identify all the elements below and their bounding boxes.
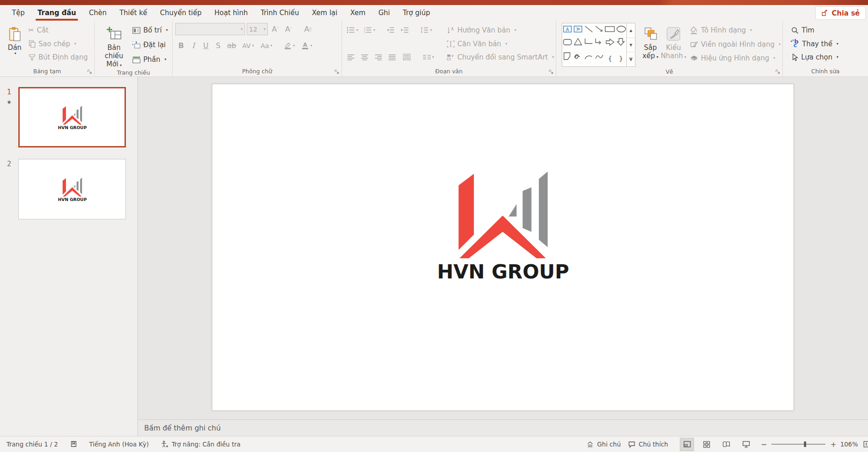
dialog-launcher-icon[interactable] (335, 70, 339, 74)
replace-button[interactable]: b c ↶ Thay thế ▾ (791, 38, 866, 50)
tab-transitions[interactable]: Chuyển tiếp (154, 5, 208, 21)
strikethrough-button[interactable]: ab (225, 39, 239, 52)
tab-record[interactable]: Ghi (372, 5, 396, 21)
tab-home[interactable]: Trang đầu (31, 5, 82, 21)
line-spacing-icon (420, 27, 429, 33)
view-normal-button[interactable] (680, 438, 694, 451)
slide-2-thumbnail[interactable]: HVN GROUP (18, 159, 126, 219)
font-size-combobox[interactable]: 12▾ (247, 23, 268, 35)
tab-review[interactable]: Xem lại (305, 5, 344, 21)
view-slideshow-button[interactable] (739, 438, 753, 451)
increase-indent-button[interactable] (398, 24, 411, 36)
tab-insert[interactable]: Chèn (82, 5, 113, 21)
underline-glyph: U (203, 41, 209, 50)
view-slide-sorter-button[interactable] (700, 438, 714, 451)
tab-help[interactable]: Trợ giúp (396, 5, 437, 21)
font-name-combobox[interactable]: ▾ (175, 23, 245, 35)
justify-button[interactable] (386, 51, 398, 63)
chevron-down-icon: ▾ (656, 55, 658, 59)
arrange-button[interactable]: Sắp xếp▾ (640, 23, 661, 67)
shapes-gallery[interactable]: A A { } (562, 23, 627, 67)
line-spacing-button[interactable]: ▾ (418, 24, 434, 36)
quick-styles-button[interactable]: Kiểu Nhanh▾ (661, 23, 686, 67)
language-button[interactable]: Tiếng Anh (Hoa Kỳ) (86, 436, 152, 452)
shape-outline-button[interactable]: Viền ngoài Hình dạng ▾ (690, 38, 781, 50)
paste-button[interactable]: Dán ▾ (3, 23, 27, 66)
text-direction-button[interactable]: A Hướng Văn bản ▾ (447, 24, 554, 36)
notes-pane[interactable]: Bấm để thêm ghi chú (138, 419, 868, 436)
zoom-level-button[interactable]: 106% (836, 436, 859, 452)
zoom-in-button[interactable]: + (830, 440, 836, 449)
character-spacing-button[interactable]: AV▾ (239, 39, 257, 52)
grow-font-button[interactable]: A˄ (270, 23, 281, 35)
chevron-down-icon: ▾ (241, 27, 243, 31)
reset-button[interactable]: Đặt lại (132, 39, 170, 51)
comments-toggle-button[interactable]: Chú thích (624, 436, 672, 452)
tab-view[interactable]: Xem (344, 5, 372, 21)
italic-button[interactable]: I (188, 39, 199, 52)
share-button[interactable]: Chia sẻ (815, 6, 866, 20)
select-button[interactable]: Lựa chọn ▾ (791, 51, 866, 63)
text-shadow-button[interactable]: S (212, 39, 224, 52)
underline-button[interactable]: U (200, 39, 212, 52)
shape-effects-label: Hiệu ứng Hình dạng (701, 54, 769, 62)
bullets-button[interactable]: ▾ (345, 24, 360, 36)
format-painter-button[interactable]: Bút Định dạng (28, 51, 92, 63)
view-reading-button[interactable] (719, 438, 733, 451)
notes-toggle-button[interactable]: Ghi chú (583, 436, 624, 452)
accessibility-button[interactable]: Trợ năng: Cần điều tra (157, 436, 244, 452)
decrease-indent-button[interactable] (384, 24, 397, 36)
clear-formatting-button[interactable]: A◊ (302, 23, 314, 35)
dialog-launcher-icon[interactable] (549, 70, 553, 74)
align-center-button[interactable] (358, 51, 371, 63)
ribbon-group-slides: Bản chiếu Mới▾ Bố trí ▾ Đặt lại Phần ▾ (95, 21, 173, 76)
tab-design[interactable]: Thiết kế (113, 5, 154, 21)
copy-button[interactable]: Sao chép ▾ (28, 38, 92, 50)
zoom-slider[interactable] (771, 444, 825, 445)
convert-smartart-button[interactable]: Chuyển đổi sang SmartArt ▾ (447, 51, 554, 63)
shapes-more-button[interactable]: ▼ (627, 52, 635, 66)
zoom-out-button[interactable]: − (760, 440, 767, 449)
justify-icon (389, 54, 396, 60)
slide-indicator[interactable]: Trang chiếu 1 / 2 (6, 436, 62, 452)
shapes-scroll-up[interactable]: ▲ (627, 23, 635, 38)
align-text-button[interactable]: Căn Văn bản ▾ (447, 38, 554, 50)
zoom-slider-thumb[interactable] (804, 441, 806, 447)
align-left-button[interactable] (345, 51, 357, 63)
fit-slide-button[interactable] (863, 441, 868, 448)
tab-label: Thiết kế (119, 9, 147, 17)
shape-effects-button[interactable]: Hiệu ứng Hình dạng ▾ (690, 52, 781, 64)
columns-button[interactable]: ▾ (420, 51, 437, 63)
tab-label: Ghi (378, 9, 390, 17)
tab-label: Trợ giúp (403, 9, 430, 17)
layout-button[interactable]: Bố trí ▾ (132, 24, 170, 36)
new-slide-button[interactable]: Bản chiếu Mới▾ (98, 23, 130, 68)
shape-fill-button[interactable]: Tô Hình dạng ▾ (690, 24, 781, 36)
tab-animations[interactable]: Hoạt hình (208, 5, 254, 21)
change-case-button[interactable]: Aa▾ (258, 39, 275, 52)
accessibility-label: Trợ năng: Cần điều tra (172, 441, 240, 448)
align-right-button[interactable] (372, 51, 385, 63)
tab-file[interactable]: Tệp (5, 5, 31, 21)
tab-slideshow[interactable]: Trình Chiếu (254, 5, 305, 21)
dialog-launcher-icon[interactable] (776, 70, 780, 74)
svg-text:A: A (303, 42, 308, 48)
spellcheck-button[interactable] (66, 436, 81, 452)
highlight-color-button[interactable]: ▾ (281, 39, 298, 52)
format-painter-icon (28, 54, 36, 61)
shapes-scroll-down[interactable]: ▼ (627, 38, 635, 53)
section-button[interactable]: Phần ▾ (132, 54, 170, 65)
columns-icon (423, 54, 431, 60)
cut-button[interactable]: ✂ Cắt (28, 24, 92, 36)
find-button[interactable]: Tìm (791, 24, 866, 36)
slide-1-thumbnail[interactable]: HVN GROUP (18, 87, 126, 147)
shrink-font-button[interactable]: A˅ (283, 23, 294, 35)
tab-label: Hoạt hình (214, 9, 248, 17)
text-direction-icon: A (447, 27, 455, 34)
numbering-button[interactable]: 123 ▾ (362, 24, 377, 36)
distributed-button[interactable] (400, 51, 413, 63)
slide-canvas[interactable]: HVN GROUP (212, 84, 794, 411)
bold-button[interactable]: B (175, 39, 187, 52)
font-color-button[interactable]: A ▾ (298, 39, 315, 52)
dialog-launcher-icon[interactable] (87, 70, 92, 74)
